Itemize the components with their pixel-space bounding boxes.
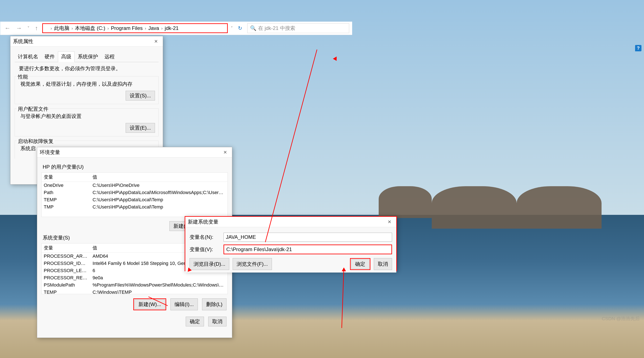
tab-computer-name[interactable]: 计算机名 (15, 51, 42, 62)
col-value: 值 (90, 173, 228, 182)
refresh-icon[interactable]: ↻ (236, 25, 244, 31)
group-text: 视觉效果，处理器计划，内存使用，以及虚拟内存 (20, 81, 155, 87)
group-title: 性能 (16, 73, 29, 80)
search-placeholder: 在 jdk-21 中搜索 (258, 25, 295, 31)
breadcrumb-item[interactable]: Java (148, 25, 160, 31)
settings-button[interactable]: 设置(E)... (126, 123, 155, 133)
table-row[interactable]: TEMPC:\Users\HP\AppData\Local\Temp (42, 196, 228, 203)
ok-button[interactable]: 确定 (351, 259, 369, 269)
titlebar[interactable]: 系统属性 × (10, 36, 163, 47)
nav-history-icon[interactable]: ˅ (26, 26, 31, 31)
titlebar[interactable]: 环境变量 × (37, 147, 232, 158)
window-title: 环境变量 (40, 149, 60, 156)
breadcrumb[interactable]: › 此电脑› 本地磁盘 (C:)› Program Files› Java› j… (42, 23, 228, 33)
settings-button[interactable]: 设置(S)... (126, 91, 155, 100)
cancel-button[interactable]: 取消 (374, 258, 392, 270)
col-variable: 变量 (42, 244, 90, 252)
table-row[interactable]: OneDriveC:\Users\HP\OneDrive (42, 182, 228, 189)
browse-dir-button[interactable]: 浏览目录(D)... (190, 258, 229, 270)
table-row[interactable]: PathC:\Users\HP\AppData\Local\Microsoft\… (42, 189, 228, 196)
close-icon[interactable]: × (221, 149, 230, 155)
breadcrumb-dropdown-icon[interactable]: ˅ (231, 26, 233, 31)
var-name-label: 变量名(N): (190, 234, 224, 241)
var-value-input[interactable] (224, 245, 392, 254)
group-title: 用户配置文件 (16, 106, 50, 112)
tab-advanced[interactable]: 高级 (58, 51, 74, 62)
annotation-arrowhead (342, 265, 346, 271)
user-profiles-group: 用户配置文件 与登录帐户相关的桌面设置 设置(E)... (15, 108, 158, 136)
info-icon[interactable]: ? (635, 45, 642, 51)
watermark: CSDN @浩浩先后 (602, 316, 640, 322)
group-title: 启动和故障恢复 (16, 138, 55, 145)
ok-button[interactable]: 确定 (186, 317, 204, 327)
tab-strip: 计算机名 硬件 高级 系统保护 远程 (15, 51, 158, 62)
table-row[interactable]: TMPC:\Users\HP\AppData\Local\Temp (42, 203, 228, 211)
delete-sys-var-button[interactable]: 删除(L) (202, 298, 226, 310)
var-value-label: 变量值(V): (190, 246, 224, 253)
new-system-variable-dialog: 新建系统变量 × 变量名(N): 变量值(V): 浏览目录(D)... 浏览文件… (185, 216, 397, 271)
browse-file-button[interactable]: 浏览文件(F)... (233, 258, 272, 270)
group-text: 与登录帐户相关的桌面设置 (20, 113, 155, 120)
var-name-input[interactable] (224, 233, 392, 242)
search-input[interactable]: 🔍 在 jdk-21 中搜索 (247, 23, 349, 33)
search-icon: 🔍 (250, 25, 256, 31)
nav-up-icon[interactable]: ↑ (34, 25, 39, 31)
titlebar[interactable]: 新建系统变量 × (185, 217, 396, 227)
breadcrumb-item[interactable]: 本地磁盘 (C:) (74, 25, 106, 31)
tab-remote[interactable]: 远程 (101, 51, 118, 62)
tab-hardware[interactable]: 硬件 (42, 51, 58, 62)
new-sys-var-button[interactable]: 新建(W)... (134, 300, 165, 309)
user-vars-table[interactable]: 变量 值 OneDriveC:\Users\HP\OneDrivePathC:\… (42, 172, 228, 217)
tab-system-protection[interactable]: 系统保护 (74, 51, 101, 62)
user-vars-title: HP 的用户变量(U) (43, 164, 228, 170)
breadcrumb-item[interactable]: jdk-21 (164, 25, 179, 31)
col-variable: 变量 (42, 173, 90, 182)
edit-sys-var-button[interactable]: 编辑(I)... (170, 298, 198, 310)
table-row[interactable]: TEMPC:\Windows\TEMP (42, 289, 228, 294)
breadcrumb-item[interactable]: 此电脑 (53, 25, 70, 31)
breadcrumb-item[interactable]: Program Files (110, 25, 144, 31)
admin-note: 要进行大多数更改，你必须作为管理员登录。 (19, 65, 158, 72)
window-title: 新建系统变量 (188, 218, 218, 225)
performance-group: 性能 视觉效果，处理器计划，内存使用，以及虚拟内存 设置(S)... (15, 76, 158, 104)
table-row[interactable]: PROCESSOR_REVISION9e0a (42, 274, 228, 282)
nav-back-icon[interactable]: ← (3, 25, 12, 31)
close-icon[interactable]: × (152, 38, 160, 44)
cancel-button[interactable]: 取消 (208, 317, 226, 327)
window-title: 系统属性 (13, 38, 33, 45)
folder-icon (45, 26, 49, 30)
close-icon[interactable]: × (385, 219, 394, 225)
nav-forward-icon[interactable]: → (15, 25, 23, 31)
table-row[interactable]: PSModulePath%ProgramFiles%\WindowsPowerS… (42, 282, 228, 289)
